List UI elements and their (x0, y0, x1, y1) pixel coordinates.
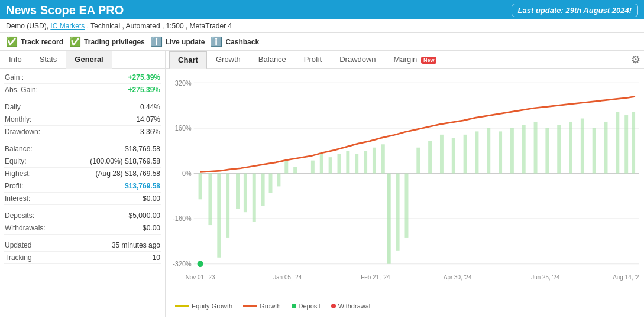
chart-area: 320% 160% 0% -160% -320% (166, 69, 644, 317)
svg-rect-23 (387, 174, 391, 264)
svg-text:160%: 160% (175, 125, 192, 132)
drawdown-value: 3.36% (140, 128, 160, 136)
balance-value: $18,769.58 (125, 145, 160, 153)
top-bar: News Scope EA PRO Last update: 29th Augu… (0, 0, 644, 19)
tab-general[interactable]: General (66, 51, 112, 69)
svg-rect-37 (440, 135, 444, 174)
svg-rect-22 (293, 167, 297, 174)
broker-link[interactable]: IC Markets (50, 22, 85, 30)
svg-rect-19 (269, 174, 273, 193)
stat-balance: Balance: $18,769.58 (4, 143, 161, 155)
profit-value: $13,769.58 (125, 182, 160, 190)
svg-text:-160%: -160% (173, 215, 191, 223)
svg-rect-31 (355, 154, 358, 174)
chart-visualization: 320% 160% 0% -160% -320% (170, 74, 639, 300)
svg-text:Aug 14, '24: Aug 14, '24 (613, 274, 639, 281)
svg-rect-45 (534, 122, 538, 174)
svg-rect-35 (416, 148, 420, 174)
svg-rect-53 (624, 115, 628, 173)
withdrawals-value: $0.00 (143, 224, 160, 232)
subtitle-post: , Technical , Automated , 1:500 , MetaTr… (85, 22, 232, 30)
legend-withdrawal-label: Withdrawal (338, 302, 370, 310)
svg-rect-36 (428, 141, 432, 174)
svg-text:Apr 30, '24: Apr 30, '24 (444, 274, 472, 281)
gain-value: +275.39% (128, 73, 160, 82)
svg-rect-17 (253, 174, 256, 222)
svg-rect-32 (364, 151, 367, 173)
svg-rect-41 (487, 128, 490, 174)
badge-label-cashback: Cashback (225, 38, 259, 46)
chart-tab-balance[interactable]: Balance (250, 51, 295, 68)
svg-rect-50 (593, 128, 596, 174)
svg-text:320%: 320% (175, 79, 192, 87)
chart-legend: Equity Growth Growth Deposit Withdrawal (170, 300, 639, 312)
drawdown-label: Drawdown: (5, 128, 40, 136)
chart-svg: 320% 160% 0% -160% -320% (170, 74, 639, 300)
badge-track-record: ✅ Track record (6, 36, 63, 47)
legend-withdrawal-dot (331, 304, 336, 308)
check-icon-trading: ✅ (69, 36, 81, 47)
daily-value: 0.44% (140, 103, 160, 111)
svg-rect-51 (604, 122, 608, 174)
stat-monthly: Monthly: 14.07% (4, 113, 161, 126)
svg-rect-11 (199, 174, 202, 200)
svg-rect-25 (405, 174, 409, 238)
svg-text:0%: 0% (182, 170, 192, 177)
balance-label: Balance: (5, 145, 33, 153)
svg-rect-24 (396, 174, 400, 251)
badge-live-update: ℹ️ Live update (151, 36, 205, 47)
badges-bar: ✅ Track record ✅ Trading privileges ℹ️ L… (0, 33, 644, 51)
svg-rect-15 (236, 174, 240, 209)
chart-tab-margin[interactable]: Margin New (385, 51, 446, 68)
svg-text:Jan 05, '24: Jan 05, '24 (273, 274, 302, 281)
svg-rect-46 (545, 128, 549, 174)
legend-withdrawal: Withdrawal (331, 302, 370, 310)
svg-rect-26 (311, 161, 315, 174)
svg-rect-38 (452, 138, 455, 173)
highest-label: Highest: (5, 170, 31, 178)
new-badge: New (421, 57, 437, 64)
equity-label: Equity: (5, 157, 27, 165)
badge-label-track: Track record (21, 38, 63, 46)
svg-rect-30 (346, 151, 349, 173)
legend-growth: Growth (243, 302, 280, 310)
interest-label: Interest: (5, 194, 30, 203)
warn-icon-live: ℹ️ (151, 36, 163, 47)
tracking-label: Tracking (5, 253, 32, 262)
stat-withdrawals: Withdrawals: $0.00 (4, 222, 161, 235)
svg-text:Nov 01, '23: Nov 01, '23 (186, 274, 215, 281)
chart-tab-growth[interactable]: Growth (207, 51, 250, 68)
stat-drawdown: Drawdown: 3.36% (4, 126, 161, 138)
svg-rect-33 (373, 148, 376, 174)
svg-rect-28 (329, 157, 332, 173)
svg-rect-13 (217, 174, 221, 258)
badge-label-trading: Trading privileges (84, 38, 145, 46)
legend-growth-label: Growth (260, 302, 280, 310)
tab-stats[interactable]: Stats (31, 51, 66, 68)
svg-rect-54 (632, 112, 635, 174)
stat-interest: Interest: $0.00 (4, 193, 161, 205)
legend-deposit-label: Deposit (299, 302, 321, 310)
updated-label: Updated (5, 241, 31, 249)
tab-info[interactable]: Info (0, 51, 31, 68)
chart-tab-chart[interactable]: Chart (169, 51, 207, 69)
svg-rect-14 (226, 174, 229, 238)
svg-rect-48 (569, 122, 572, 174)
svg-rect-42 (499, 131, 502, 173)
svg-rect-49 (581, 119, 584, 174)
stat-deposits: Deposits: $5,000.00 (4, 210, 161, 222)
chart-tab-profit[interactable]: Profit (295, 51, 331, 68)
left-tabs: Info Stats General (0, 51, 165, 69)
legend-equity-growth-label: Equity Growth (192, 302, 232, 310)
chart-settings-icon[interactable]: ⚙ (631, 53, 640, 66)
gain-label: Gain : (5, 73, 24, 82)
check-icon-track: ✅ (6, 36, 18, 47)
svg-rect-40 (475, 131, 478, 173)
svg-point-55 (198, 261, 203, 267)
chart-tab-drawdown[interactable]: Drawdown (331, 51, 384, 68)
warn-icon-cashback: ℹ️ (211, 36, 222, 47)
legend-equity-growth-line (175, 305, 189, 307)
equity-value: (100.00%) $18,769.58 (90, 157, 160, 165)
monthly-label: Monthly: (5, 115, 31, 123)
svg-rect-44 (522, 125, 526, 173)
